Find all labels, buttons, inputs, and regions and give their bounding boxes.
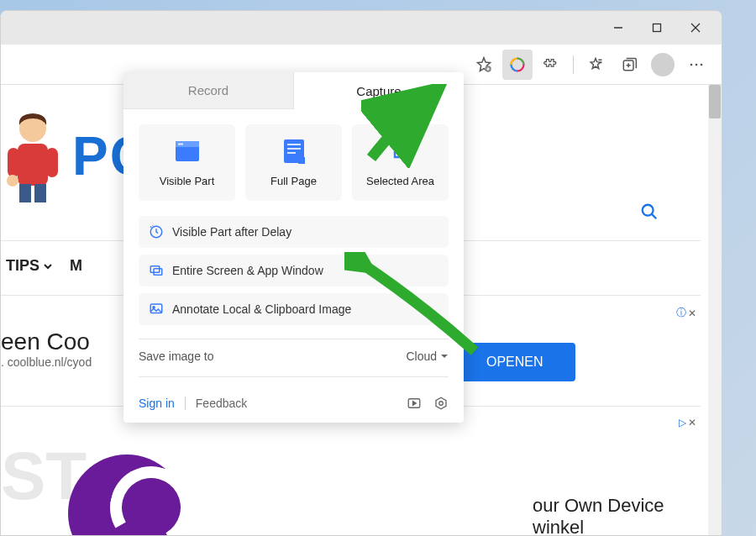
footer-separator [185, 397, 186, 410]
window-titlebar [1, 11, 722, 45]
svg-rect-25 [34, 184, 46, 202]
capture-selected-area[interactable]: Selected Area [352, 124, 449, 201]
profile-button[interactable] [648, 50, 678, 80]
collections-icon [621, 56, 638, 73]
save-destination-dropdown[interactable]: Cloud [406, 349, 449, 363]
nav-tips[interactable]: TIPS [6, 257, 53, 275]
close-icon [690, 23, 701, 33]
search-icon [640, 202, 659, 221]
caret-down-icon [440, 352, 449, 360]
footer-icons [407, 396, 449, 411]
signin-link[interactable]: Sign in [139, 397, 175, 410]
popup-divider [139, 376, 449, 377]
minimize-icon [613, 23, 623, 33]
svg-point-18 [701, 63, 703, 66]
capture-options: Visible Part after Delay Entire Screen &… [123, 216, 464, 325]
nav-m-label: M [70, 257, 82, 275]
ellipsis-icon [688, 56, 705, 73]
popup-tabs: Record Capture [123, 72, 464, 109]
ad2-line1: our Own Device [533, 495, 696, 517]
svg-rect-1 [654, 24, 661, 32]
capture-visible-label: Visible Part [160, 175, 215, 187]
ad-badge-1: ⓘ ✕ [676, 306, 696, 320]
ad-play-icon[interactable]: ▷ [679, 417, 686, 428]
puzzle-icon [543, 56, 559, 73]
popup-footer: Sign in Feedback [123, 387, 464, 414]
ad-open-button[interactable]: OPENEN [454, 343, 575, 381]
svg-rect-21 [8, 148, 19, 177]
option-annotate[interactable]: Annotate Local & Clipboard Image [139, 293, 449, 325]
screens-icon [149, 263, 164, 278]
ad-close-button[interactable]: ✕ [688, 307, 696, 319]
scrollbar-thumb[interactable] [709, 85, 721, 118]
extensions-button[interactable] [536, 50, 566, 80]
save-destination-row: Save image to Cloud [123, 349, 464, 363]
svg-rect-24 [19, 184, 31, 202]
maximize-icon [652, 23, 662, 33]
save-label: Save image to [139, 349, 214, 363]
add-favorite-button[interactable] [469, 50, 499, 80]
nav-m[interactable]: M [70, 257, 82, 275]
svg-rect-33 [287, 148, 301, 150]
ad-badge-2: ▷ ✕ [679, 417, 696, 428]
capture-full-label: Full Page [270, 175, 317, 187]
tab-record[interactable]: Record [123, 72, 294, 109]
capture-visible-part[interactable]: Visible Part [139, 124, 235, 201]
nav-tips-label: TIPS [6, 257, 39, 275]
svg-rect-30 [178, 144, 183, 145]
maximize-button[interactable] [638, 14, 676, 41]
capture-full-page[interactable]: Full Page [245, 124, 342, 201]
popup-divider [139, 339, 449, 339]
camera-lens-icon [509, 56, 526, 73]
tab-capture[interactable]: Capture [294, 72, 464, 109]
svg-point-16 [690, 63, 693, 66]
svg-point-41 [439, 402, 444, 406]
crop-icon [387, 138, 414, 165]
history-icon[interactable] [407, 396, 422, 411]
svg-rect-32 [287, 144, 301, 145]
ad-url: . coolblue.nl/cyod [1, 355, 92, 369]
ad2-line2: winkel [533, 517, 696, 535]
svg-rect-20 [18, 144, 48, 186]
ad-block-1: een Coo . coolblue.nl/cyod [1, 328, 92, 369]
avatar-icon [651, 53, 675, 76]
star-plus-icon [475, 56, 492, 73]
option-annotate-label: Annotate Local & Clipboard Image [172, 302, 351, 316]
minimize-button[interactable] [599, 14, 638, 41]
toolbar-separator [573, 55, 574, 74]
feedback-link[interactable]: Feedback [196, 397, 247, 410]
capture-mode-grid: Visible Part Full Page Selected Area [123, 109, 464, 216]
ad-block-2-text: our Own Device winkel [533, 495, 696, 535]
chevron-down-icon [43, 261, 53, 271]
collections-button[interactable] [614, 50, 644, 80]
close-button[interactable] [676, 14, 715, 41]
star-lines-icon [587, 56, 604, 73]
page-search-button[interactable] [640, 202, 659, 224]
svg-rect-22 [46, 148, 58, 177]
ad-info-icon[interactable]: ⓘ [676, 306, 686, 320]
screenshot-extension-button[interactable] [502, 50, 533, 80]
option-delay-label: Visible Part after Delay [172, 225, 291, 239]
capture-area-label: Selected Area [366, 175, 434, 187]
vertical-scrollbar[interactable] [708, 85, 722, 535]
site-nav: TIPS M [1, 257, 87, 275]
image-icon [149, 302, 164, 317]
svg-point-26 [643, 205, 654, 216]
settings-icon[interactable] [433, 396, 449, 411]
option-entire-label: Entire Screen & App Window [172, 264, 323, 277]
svg-rect-34 [287, 152, 296, 154]
person-illustration [1, 110, 64, 202]
screenshot-popup: Record Capture Visible Part Full Page Se… [123, 72, 464, 423]
more-button[interactable] [681, 50, 711, 80]
clock-icon [149, 224, 164, 239]
visible-part-icon [174, 138, 201, 165]
save-dest-value: Cloud [406, 349, 437, 363]
option-entire-screen[interactable]: Entire Screen & App Window [139, 255, 449, 286]
ad-title: een Coo [1, 328, 92, 355]
ad-close-button[interactable]: ✕ [688, 417, 696, 428]
option-visible-delay[interactable]: Visible Part after Delay [139, 216, 449, 248]
svg-line-27 [652, 214, 657, 219]
favorites-button[interactable] [580, 50, 611, 80]
full-page-icon [281, 138, 307, 165]
svg-point-23 [7, 175, 18, 187]
